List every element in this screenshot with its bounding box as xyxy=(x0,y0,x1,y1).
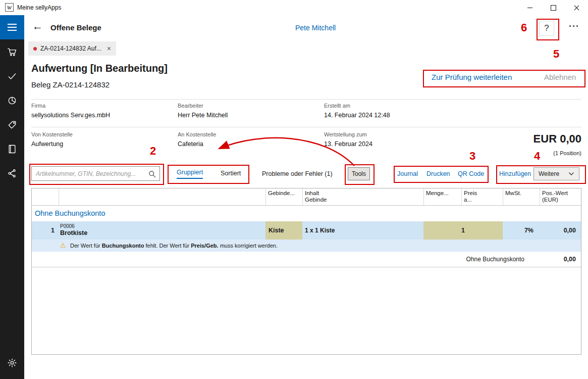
mwst-cell: 7% xyxy=(524,221,533,240)
tab-close-icon[interactable]: × xyxy=(107,44,111,53)
group-header-row: Ohne Buchungskonto xyxy=(32,205,581,221)
tools-button[interactable]: Tools xyxy=(348,167,370,180)
von-kostenstelle-label: Von Kostenstelle xyxy=(31,131,73,137)
pie-chart-icon[interactable] xyxy=(0,88,24,113)
grouped-toggle[interactable]: Gruppiert xyxy=(177,169,203,179)
settings-gear-icon[interactable] xyxy=(0,351,24,375)
journal-link[interactable]: Journal xyxy=(397,170,418,177)
window-title: Meine sellyApps xyxy=(17,4,61,11)
pos-wert-cell: 0,00 xyxy=(564,221,576,240)
article-code: P0006 xyxy=(60,223,75,229)
annotation-number-3: 3 xyxy=(469,150,475,163)
position-count: (1 Position) xyxy=(553,150,581,156)
tab-label: ZA-0214-124832 Auf... xyxy=(40,45,101,52)
warning-icon: ⚠ xyxy=(60,240,66,252)
book-icon[interactable] xyxy=(0,137,24,161)
col-preis[interactable]: Preis a... xyxy=(464,190,477,203)
page-title: Offene Belege xyxy=(50,23,101,32)
sorted-toggle[interactable]: Sortiert xyxy=(221,170,241,177)
close-button[interactable] xyxy=(565,0,588,15)
table-row[interactable]: 1 P0006 Brotkiste Kiste 1 x 1 Kiste 1 7%… xyxy=(32,221,581,240)
col-inhalt-gebinde[interactable]: Inhalt Gebinde xyxy=(305,190,327,203)
article-name: Brotkiste xyxy=(60,229,87,236)
document-subtitle: Beleg ZA-0214-124832 xyxy=(31,80,110,89)
annotation-number-4: 4 xyxy=(534,150,540,163)
user-name-link[interactable]: Pete Mitchell xyxy=(295,24,336,32)
unsaved-dot-icon xyxy=(33,47,37,51)
cart-icon[interactable] xyxy=(0,40,24,64)
search-box xyxy=(31,166,160,181)
problems-errors-label[interactable]: Probleme oder Fehler (1) xyxy=(262,170,333,177)
help-button[interactable]: ? xyxy=(539,21,554,36)
more-actions-dropdown[interactable]: Weitere xyxy=(533,167,579,180)
reject-link[interactable]: Ablehnen xyxy=(544,73,576,81)
an-kostenstelle-label: An Kostenstelle xyxy=(178,131,216,137)
divider xyxy=(31,99,581,100)
back-arrow-icon[interactable]: ← xyxy=(32,20,43,32)
col-mwst[interactable]: MwSt. xyxy=(505,190,521,197)
document-title: Aufwertung [In Bearbeitung] xyxy=(31,63,168,74)
print-link[interactable]: Drucken xyxy=(426,170,450,177)
close-icon xyxy=(573,5,580,11)
col-menge[interactable]: Menge... xyxy=(426,190,449,197)
forward-for-review-link[interactable]: Zur Prüfung weiterleiten xyxy=(432,73,512,81)
minimize-button[interactable] xyxy=(518,0,542,15)
share-network-icon[interactable] xyxy=(0,161,24,185)
qr-code-link[interactable]: QR Code xyxy=(458,170,484,177)
maximize-button[interactable] xyxy=(542,0,565,15)
annotation-number-6: 6 xyxy=(521,21,527,34)
hamburger-menu-button[interactable] xyxy=(0,15,24,39)
group-footer-value: 0,00 xyxy=(564,252,576,267)
search-icon[interactable] xyxy=(148,170,156,178)
add-link[interactable]: Hinzufügen xyxy=(499,170,531,177)
table-header-row: Gebinde... Inhalt Gebinde Menge... Preis… xyxy=(32,188,581,206)
col-gebinde[interactable]: Gebinde... xyxy=(268,190,295,197)
bearbeiter-value: Herr Pete Mitchell xyxy=(178,112,228,119)
positions-table: Gebinde... Inhalt Gebinde Menge... Preis… xyxy=(31,188,581,355)
chevron-down-icon xyxy=(568,172,574,176)
group-footer-row: Ohne Buchungskonto 0,00 xyxy=(32,252,581,267)
erstellt-am-value: 14. Februar 2024 12:48 xyxy=(324,112,390,119)
sidebar xyxy=(0,15,24,379)
total-amount: EUR 0,00 xyxy=(533,132,581,146)
row-number: 1 xyxy=(32,221,55,240)
gebinde-cell[interactable]: Kiste xyxy=(265,221,302,240)
wertstellung-value: 13. Februar 2024 xyxy=(324,140,372,148)
wertstellung-label: Wertstellung zum xyxy=(324,131,367,137)
annotation-number-5: 5 xyxy=(553,48,559,61)
titlebar: W Meine sellyApps xyxy=(0,0,588,15)
col-pos-wert[interactable]: Pos.-Wert (EUR) xyxy=(542,190,568,203)
warning-text: Der Wert für Buchungskonto fehlt. Der We… xyxy=(70,240,278,252)
app-logo-icon: W xyxy=(5,3,14,12)
app-window: W Meine sellyApps ← Offe xyxy=(0,0,588,379)
inhalt-gebinde-cell: 1 x 1 Kiste xyxy=(305,221,335,240)
firma-value: sellysolutions Serv.ges.mbH xyxy=(31,112,110,119)
menge-cell[interactable]: 1 xyxy=(423,221,503,240)
document-tab[interactable]: ZA-0214-124832 Auf... × xyxy=(28,41,116,56)
search-input[interactable] xyxy=(32,167,159,180)
an-kostenstelle-value: Cafeteria xyxy=(178,140,203,148)
bearbeiter-label: Bearbeiter xyxy=(178,103,203,109)
group-footer-label: Ohne Buchungskonto xyxy=(466,252,524,267)
tag-icon[interactable] xyxy=(0,113,24,137)
annotation-number-2: 2 xyxy=(150,145,156,158)
firma-label: Firma xyxy=(31,103,45,109)
erstellt-am-label: Erstellt am xyxy=(324,103,350,109)
divider xyxy=(31,127,581,127)
more-actions-label: Weitere xyxy=(539,170,559,177)
check-icon[interactable] xyxy=(0,64,24,88)
von-kostenstelle-value: Aufwertung xyxy=(31,140,63,148)
row-warning: ⚠ Der Wert für Buchungskonto fehlt. Der … xyxy=(32,240,581,252)
more-options-button[interactable]: ··· xyxy=(569,21,579,32)
group-header-label: Ohne Buchungskonto xyxy=(35,205,105,221)
